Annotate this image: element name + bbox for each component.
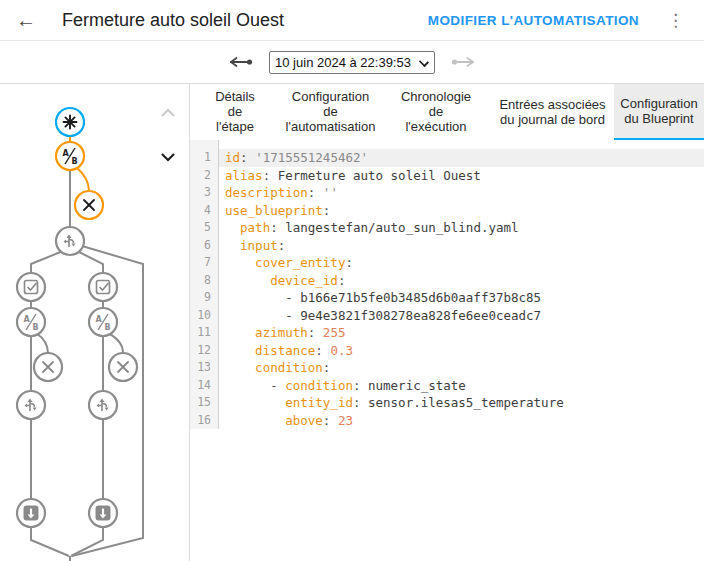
line-number: 7 (190, 254, 218, 272)
trace-graph-panel: A B (0, 84, 190, 561)
tab-bar: Détails de l'étapeConfiguration de l'aut… (190, 84, 704, 140)
tab-execution-timeline[interactable]: Chronologie de l'exécution (381, 84, 491, 140)
chevron-down-icon[interactable] (157, 148, 179, 170)
stop-left-node[interactable] (34, 353, 62, 381)
code-line[interactable]: above: 23 (219, 412, 704, 430)
code-line[interactable]: cover_entity: (219, 254, 704, 272)
svg-text:A: A (96, 315, 103, 324)
line-number: 2 (190, 167, 218, 185)
kebab-menu-icon[interactable]: ⋮ (661, 10, 690, 31)
previous-trace-icon[interactable] (228, 56, 254, 68)
chevron-up-icon[interactable] (157, 104, 179, 126)
line-number: 13 (190, 359, 218, 377)
svg-text:B: B (72, 157, 78, 166)
code-line[interactable]: azimuth: 255 (219, 324, 704, 342)
line-number: 1 (190, 149, 218, 167)
line-number: 14 (190, 377, 218, 395)
arrow-down-box-icon (24, 506, 39, 521)
cover-close-left-node[interactable] (17, 499, 45, 527)
stop-node[interactable] (75, 191, 103, 219)
stop-mid-node[interactable] (109, 353, 137, 381)
line-number: 9 (190, 289, 218, 307)
line-number: 16 (190, 412, 218, 430)
yaml-editor[interactable]: 12345678910111213141516 id: '17155512454… (190, 140, 704, 561)
trace-select[interactable]: 10 juin 2024 à 22:39:53 (269, 51, 435, 74)
check-left-node[interactable] (17, 273, 45, 301)
check-mid-node[interactable] (89, 273, 117, 301)
tab-step-details[interactable]: Détails de l'étape (190, 84, 280, 140)
line-number: 8 (190, 272, 218, 290)
code-line[interactable]: distance: 0.3 (219, 342, 704, 360)
line-number: 15 (190, 394, 218, 412)
code-line[interactable]: - b166e71b5fe0b3485d6b0aaff37b8c85 (219, 289, 704, 307)
code-line[interactable]: condition: (219, 359, 704, 377)
trace-content: Détails de l'étapeConfiguration de l'aut… (190, 84, 704, 561)
code-line[interactable]: entity_id: sensor.ilesas5_temperature (219, 394, 704, 412)
page-title: Fermeture auto soleil Ouest (62, 10, 284, 31)
choose-mid-node[interactable] (89, 391, 117, 419)
svg-text:B: B (33, 323, 39, 332)
trace-timestamp-bar: 10 juin 2024 à 22:39:53 (0, 41, 704, 84)
tab-blueprint-config[interactable]: Configuration du Blueprint (614, 84, 704, 140)
back-arrow-icon[interactable]: ← (16, 10, 48, 30)
condition-ab-left-node[interactable]: A B (17, 308, 45, 336)
edit-automation-link[interactable]: MODIFIER L'AUTOMATISATION (428, 13, 639, 28)
svg-text:B: B (105, 323, 111, 332)
line-number: 12 (190, 342, 218, 360)
choose-left-node[interactable] (17, 391, 45, 419)
code-line[interactable]: alias: Fermeture auto soleil Ouest (219, 167, 704, 185)
next-trace-icon[interactable] (450, 56, 476, 68)
arrow-down-box-icon (96, 506, 111, 521)
line-number: 3 (190, 184, 218, 202)
condition-ab-mid-node[interactable]: A B (89, 308, 117, 336)
line-number: 5 (190, 219, 218, 237)
asterisk-icon (64, 116, 77, 129)
code-line[interactable]: id: '1715551245462' (219, 149, 704, 167)
code-line[interactable]: - condition: numeric_state (219, 377, 704, 395)
code-line[interactable]: input: (219, 237, 704, 255)
svg-text:A: A (63, 149, 70, 158)
code-area[interactable]: id: '1715551245462'alias: Fermeture auto… (219, 140, 704, 429)
tab-related-logbook[interactable]: Entrées associées du journal de bord (491, 84, 614, 140)
line-number: 10 (190, 307, 218, 325)
app-header: ← Fermeture auto soleil Ouest MODIFIER L… (0, 0, 704, 41)
code-line[interactable]: - 9e4e3821f308278ea828fe6ee0ceadc7 (219, 307, 704, 325)
code-line[interactable]: description: '' (219, 184, 704, 202)
cover-close-mid-node[interactable] (89, 499, 117, 527)
trigger-node[interactable] (56, 108, 84, 136)
condition-ab-node[interactable]: A B (56, 142, 84, 170)
code-line[interactable]: device_id: (219, 272, 704, 290)
main-area: A B (0, 84, 704, 561)
line-number-gutter: 12345678910111213141516 (190, 140, 219, 429)
chevron-down-icon (419, 56, 428, 65)
choose-root-node[interactable] (56, 227, 84, 255)
line-number: 6 (190, 237, 218, 255)
tab-automation-config[interactable]: Configuration de l'automatisation (280, 84, 381, 140)
line-number: 11 (190, 324, 218, 342)
line-number: 4 (190, 202, 218, 220)
trace-select-value: 10 juin 2024 à 22:39:53 (275, 55, 411, 70)
svg-text:A: A (24, 315, 31, 324)
code-line[interactable]: use_blueprint: (219, 202, 704, 220)
code-line[interactable]: path: langestefan/auto_sun_blind.yaml (219, 219, 704, 237)
